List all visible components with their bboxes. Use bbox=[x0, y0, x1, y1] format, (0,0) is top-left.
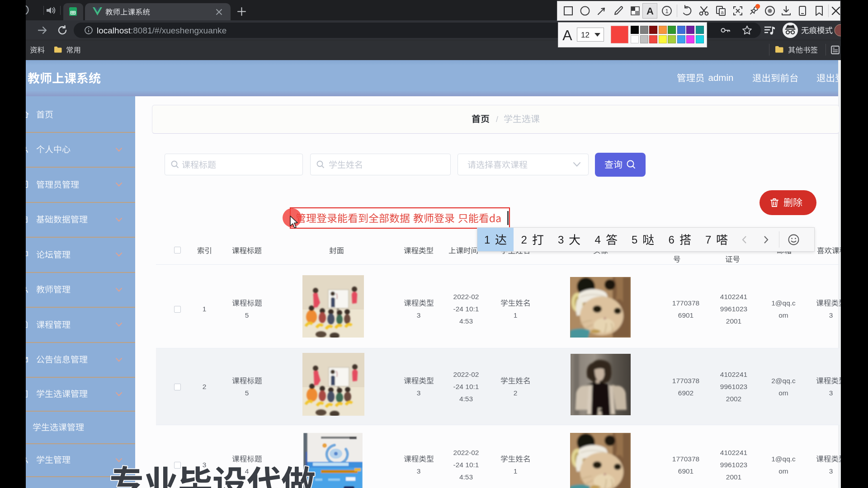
svg-text:1: 1 bbox=[665, 8, 668, 14]
svg-text:a: a bbox=[721, 9, 724, 15]
